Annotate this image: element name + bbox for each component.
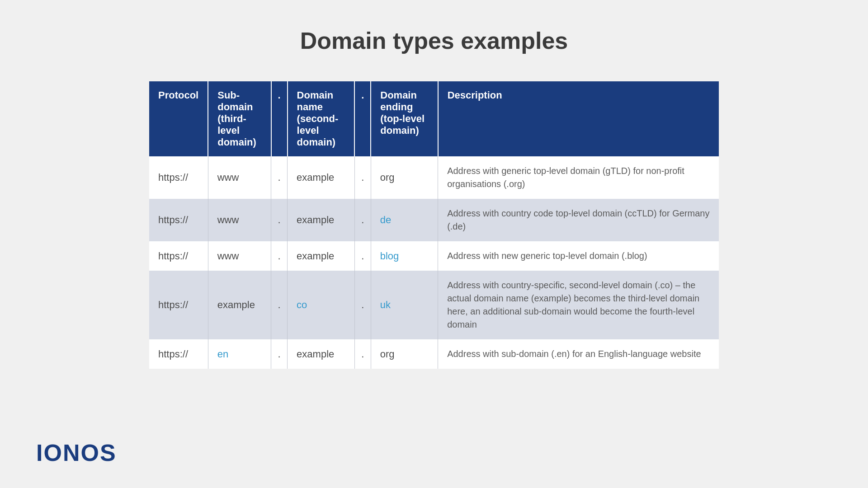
table-row: https://www.example.blogAddress with new… (149, 241, 719, 271)
cell-domainending: blog (371, 241, 438, 271)
table-wrapper: Protocol Sub-domain(third-leveldomain) .… (149, 81, 719, 369)
table-row: https://example.co.ukAddress with countr… (149, 271, 719, 339)
cell-dot1: . (271, 271, 288, 339)
cell-description: Address with generic top-level domain (g… (438, 156, 719, 199)
col-header-protocol: Protocol (149, 81, 208, 156)
cell-domainname: co (288, 271, 355, 339)
cell-dot2: . (354, 339, 371, 369)
domain-table: Protocol Sub-domain(third-leveldomain) .… (149, 81, 719, 369)
cell-dot1: . (271, 339, 288, 369)
cell-domainname: example (288, 339, 355, 369)
logo-area: IONOS (36, 439, 117, 466)
col-header-dot2: . (354, 81, 371, 156)
cell-dot1: . (271, 241, 288, 271)
cell-protocol: https:// (149, 199, 208, 241)
table-row: https://en.example.orgAddress with sub-d… (149, 339, 719, 369)
cell-dot2: . (354, 199, 371, 241)
cell-subdomain: en (208, 339, 271, 369)
page-title: Domain types examples (300, 27, 568, 54)
cell-protocol: https:// (149, 241, 208, 271)
cell-domainname: example (288, 199, 355, 241)
cell-domainending: de (371, 199, 438, 241)
cell-dot2: . (354, 271, 371, 339)
cell-domainending: uk (371, 271, 438, 339)
cell-description: Address with country-specific, second-le… (438, 271, 719, 339)
cell-protocol: https:// (149, 156, 208, 199)
col-header-dot1: . (271, 81, 288, 156)
col-header-subdomain: Sub-domain(third-leveldomain) (208, 81, 271, 156)
col-header-domainname: Domain name(second-leveldomain) (288, 81, 355, 156)
cell-description: Address with new generic top-level domai… (438, 241, 719, 271)
cell-subdomain: www (208, 241, 271, 271)
cell-domainname: example (288, 241, 355, 271)
table-row: https://www.example.deAddress with count… (149, 199, 719, 241)
cell-domainending: org (371, 339, 438, 369)
cell-subdomain: example (208, 271, 271, 339)
cell-subdomain: www (208, 199, 271, 241)
table-row: https://www.example.orgAddress with gene… (149, 156, 719, 199)
cell-dot2: . (354, 156, 371, 199)
cell-description: Address with country code top-level doma… (438, 199, 719, 241)
logo-text: IONOS (36, 439, 117, 466)
cell-subdomain: www (208, 156, 271, 199)
cell-dot2: . (354, 241, 371, 271)
col-header-description: Description (438, 81, 719, 156)
table-header-row: Protocol Sub-domain(third-leveldomain) .… (149, 81, 719, 156)
table-body: https://www.example.orgAddress with gene… (149, 156, 719, 369)
col-header-domainending: Domain ending(top-leveldomain) (371, 81, 438, 156)
cell-domainname: example (288, 156, 355, 199)
cell-description: Address with sub-domain (.en) for an Eng… (438, 339, 719, 369)
cell-protocol: https:// (149, 271, 208, 339)
cell-dot1: . (271, 199, 288, 241)
cell-domainending: org (371, 156, 438, 199)
cell-protocol: https:// (149, 339, 208, 369)
cell-dot1: . (271, 156, 288, 199)
